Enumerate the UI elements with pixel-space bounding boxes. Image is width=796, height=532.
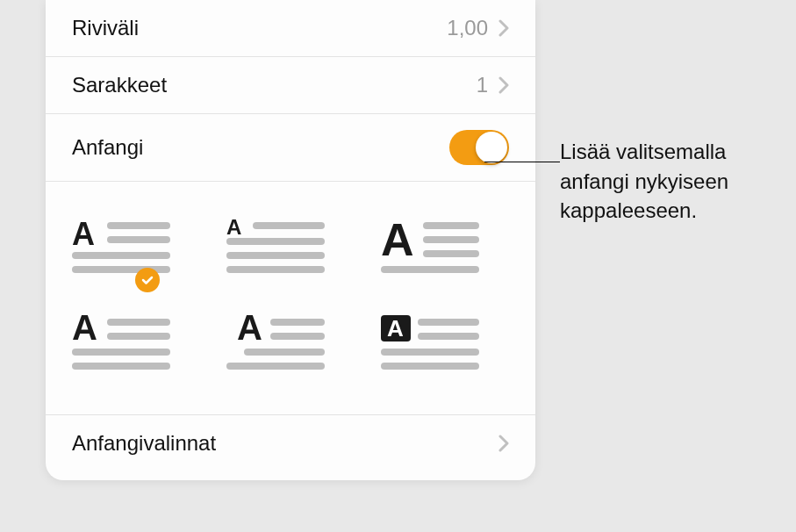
columns-value: 1 [477, 73, 488, 97]
line-spacing-value: 1,00 [447, 16, 488, 40]
svg-text:A: A [381, 217, 414, 265]
svg-rect-21 [270, 319, 325, 326]
columns-label: Sarakkeet [72, 73, 477, 97]
row-line-spacing[interactable]: Riviväli 1,00 [46, 0, 535, 57]
svg-rect-19 [72, 363, 170, 370]
svg-rect-22 [270, 333, 325, 340]
callout-leader-line [484, 162, 560, 162]
svg-rect-30 [381, 363, 479, 370]
chevron-right-icon [498, 76, 509, 94]
dropcap-label: Anfangi [72, 135, 449, 160]
dropcap-style-5[interactable]: A [226, 313, 332, 384]
callout-text: Lisää valitsemalla anfangi nykyiseen kap… [560, 137, 779, 226]
svg-text:A: A [226, 217, 241, 239]
row-columns[interactable]: Sarakkeet 1 [46, 57, 535, 114]
svg-rect-6 [253, 222, 325, 229]
svg-rect-23 [244, 349, 325, 356]
svg-rect-1 [107, 222, 170, 229]
svg-rect-24 [226, 363, 325, 370]
check-icon [135, 268, 160, 292]
svg-rect-8 [226, 252, 325, 259]
svg-rect-28 [418, 333, 479, 340]
svg-rect-11 [423, 222, 479, 229]
callout-line2: anfangi nykyiseen [560, 167, 779, 197]
dropcap-style-6[interactable]: A [381, 313, 486, 384]
toggle-knob [476, 132, 507, 163]
svg-text:A: A [72, 217, 95, 252]
svg-rect-14 [381, 266, 479, 273]
dropcap-style-4[interactable]: A [72, 313, 177, 384]
dropcap-options-label: Anfangivalinnat [72, 431, 498, 456]
dropcap-style-grid: A A A [46, 182, 535, 415]
svg-text:A: A [237, 313, 262, 347]
line-spacing-label: Riviväli [72, 16, 447, 40]
svg-text:A: A [387, 315, 404, 341]
dropcap-style-2[interactable]: A [226, 217, 332, 287]
svg-text:A: A [72, 313, 97, 347]
chevron-right-icon [498, 435, 509, 452]
svg-rect-18 [72, 349, 170, 356]
dropcap-style-1[interactable]: A [72, 217, 177, 287]
svg-rect-13 [423, 250, 479, 257]
callout-line1: Lisää valitsemalla [560, 137, 779, 167]
svg-rect-2 [107, 236, 170, 243]
dropcap-toggle[interactable] [449, 130, 509, 165]
dropcap-style-3[interactable]: A [381, 217, 486, 287]
svg-rect-9 [226, 266, 325, 273]
svg-rect-3 [72, 252, 170, 259]
svg-rect-16 [107, 319, 170, 326]
chevron-right-icon [498, 19, 509, 37]
svg-rect-7 [226, 238, 325, 245]
svg-rect-12 [423, 236, 479, 243]
callout-line3: kappaleeseen. [560, 196, 779, 226]
svg-rect-29 [381, 349, 479, 356]
format-panel: Riviväli 1,00 Sarakkeet 1 Anfangi A [46, 0, 535, 480]
svg-rect-17 [107, 333, 170, 340]
row-dropcap: Anfangi [46, 114, 535, 182]
svg-rect-27 [418, 319, 479, 326]
row-dropcap-options[interactable]: Anfangivalinnat [46, 415, 535, 471]
